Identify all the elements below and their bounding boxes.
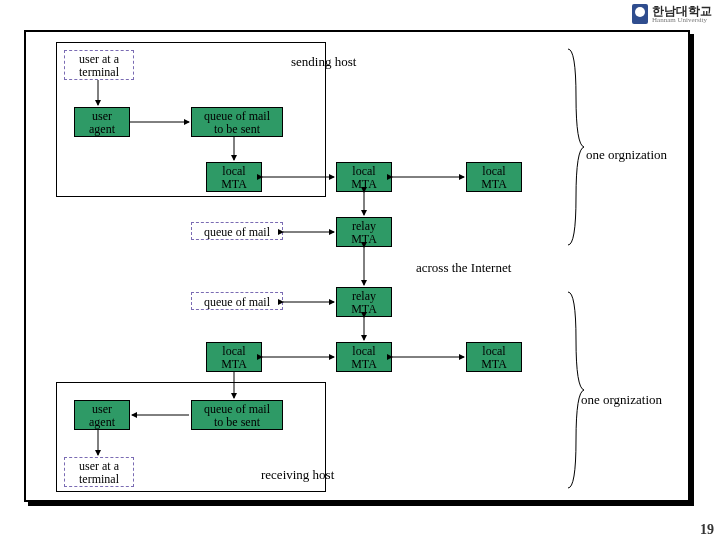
brace-top (566, 47, 586, 247)
brace-bottom (566, 290, 586, 490)
sending-host-label: sending host (291, 54, 356, 70)
queue-top: queue of mail to be sent (191, 107, 283, 137)
local-mta-bottom-3: local MTA (466, 342, 522, 372)
page-number: 19 (700, 522, 714, 538)
diagram-frame: user at a terminal sending host user age… (24, 30, 690, 502)
org-label-top: one orgnization (586, 147, 667, 163)
queue-of-mail-2: queue of mail (191, 292, 283, 310)
university-logo: 한남대학교 Hannam University (632, 4, 712, 24)
queue-bottom: queue of mail to be sent (191, 400, 283, 430)
logo-text-en: Hannam University (652, 17, 712, 24)
local-mta-bottom-2: local MTA (336, 342, 392, 372)
user-terminal-top: user at a terminal (64, 50, 134, 80)
across-internet-label: across the Internet (416, 260, 511, 276)
logo-text-kr: 한남대학교 (652, 5, 712, 17)
queue-of-mail-1: queue of mail (191, 222, 283, 240)
user-terminal-bottom: user at a terminal (64, 457, 134, 487)
shield-icon (632, 4, 648, 24)
local-mta-bottom-1: local MTA (206, 342, 262, 372)
relay-mta-1: relay MTA (336, 217, 392, 247)
user-agent-bottom: user agent (74, 400, 130, 430)
user-agent-top: user agent (74, 107, 130, 137)
local-mta-top-3: local MTA (466, 162, 522, 192)
local-mta-top-2: local MTA (336, 162, 392, 192)
org-label-bottom: one orgnization (581, 392, 662, 408)
receiving-host-label: receiving host (261, 467, 334, 483)
local-mta-top-1: local MTA (206, 162, 262, 192)
relay-mta-2: relay MTA (336, 287, 392, 317)
